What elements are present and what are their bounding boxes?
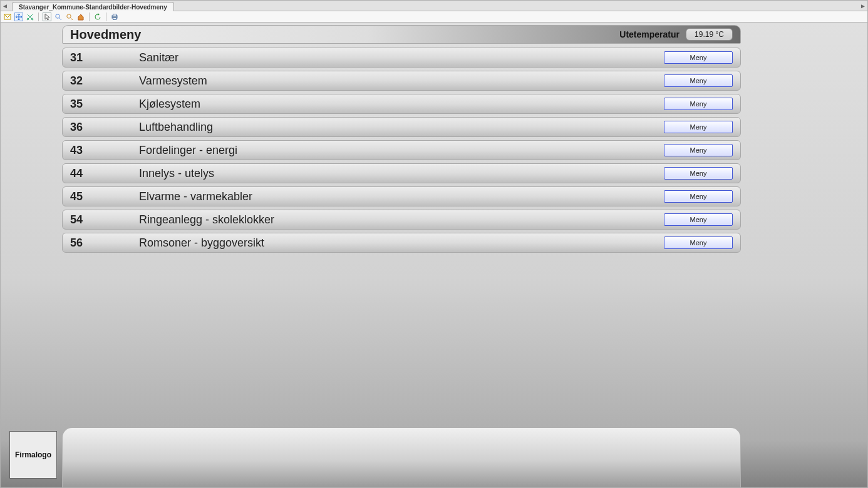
menu-button[interactable]: Meny bbox=[664, 236, 733, 249]
tab-nav-right[interactable]: ► bbox=[860, 1, 866, 11]
home-icon[interactable] bbox=[76, 13, 85, 21]
menu-row-label: Fordelinger - energi bbox=[139, 144, 664, 157]
menu-row-label: Sanitær bbox=[139, 51, 664, 64]
menu-row: 56 Romsoner - byggoversikt Meny bbox=[62, 233, 741, 253]
svg-line-6 bbox=[71, 18, 73, 20]
menu-row-code: 31 bbox=[70, 51, 139, 64]
menu-row: 43 Fordelinger - energi Meny bbox=[62, 140, 741, 160]
svg-rect-8 bbox=[113, 14, 116, 16]
main-header: Hovedmeny Utetemperatur 19.19 °C bbox=[62, 25, 741, 44]
cut-icon[interactable] bbox=[26, 13, 34, 21]
print-icon[interactable] bbox=[110, 13, 119, 21]
move-icon[interactable] bbox=[14, 13, 23, 21]
mail-icon[interactable] bbox=[3, 13, 12, 21]
svg-rect-9 bbox=[113, 18, 116, 19]
menu-row: 36 Luftbehandling Meny bbox=[62, 117, 741, 137]
tool-bar bbox=[1, 11, 867, 23]
menu-row-label: Luftbehandling bbox=[139, 121, 664, 134]
outdoor-temp-label: Utetemperatur bbox=[619, 29, 679, 39]
menu-row-label: Romsoner - byggoversikt bbox=[139, 236, 664, 250]
menu-button[interactable]: Meny bbox=[664, 167, 733, 180]
menu-rows: 31 Sanitær Meny 32 Varmesystem Meny 35 K… bbox=[62, 44, 741, 253]
footer-bar bbox=[62, 427, 741, 487]
page-title: Hovedmeny bbox=[70, 28, 141, 42]
menu-row-label: Elvarme - varmekabler bbox=[139, 190, 664, 203]
zoom-out-icon[interactable] bbox=[65, 13, 74, 21]
menu-row-code: 43 bbox=[70, 144, 139, 157]
menu-row-label: Varmesystem bbox=[139, 74, 664, 88]
menu-row-code: 35 bbox=[70, 98, 139, 111]
svg-point-3 bbox=[56, 14, 59, 18]
zoom-in-icon[interactable] bbox=[54, 13, 63, 21]
menu-row-code: 44 bbox=[70, 167, 139, 180]
menu-row: 31 Sanitær Meny bbox=[62, 48, 741, 68]
menu-row-label: Ringeanlegg - skoleklokker bbox=[139, 213, 664, 226]
tab-active[interactable]: Stavanger_Kommune-Standardbilder-Hovedme… bbox=[12, 2, 174, 11]
company-logo-text: Firmalogo bbox=[15, 450, 51, 459]
menu-row: 32 Varmesystem Meny bbox=[62, 71, 741, 91]
menu-button[interactable]: Meny bbox=[664, 144, 733, 156]
menu-button[interactable]: Meny bbox=[664, 190, 733, 203]
menu-row: 54 Ringeanlegg - skoleklokker Meny bbox=[62, 210, 741, 230]
tab-bar: ◄ Stavanger_Kommune-Standardbilder-Hoved… bbox=[1, 1, 867, 11]
menu-row: 35 Kjølesystem Meny bbox=[62, 94, 741, 114]
toolbar-separator bbox=[38, 13, 39, 21]
company-logo: Firmalogo bbox=[9, 431, 57, 479]
menu-button[interactable]: Meny bbox=[664, 74, 733, 87]
menu-row-label: Kjølesystem bbox=[139, 98, 664, 111]
svg-point-5 bbox=[67, 14, 71, 18]
refresh-icon[interactable] bbox=[93, 13, 102, 21]
menu-row-code: 45 bbox=[70, 190, 139, 203]
svg-line-4 bbox=[59, 18, 62, 20]
outdoor-temp-value: 19.19 °C bbox=[686, 28, 733, 41]
menu-row: 45 Elvarme - varmekabler Meny bbox=[62, 186, 741, 206]
toolbar-separator bbox=[89, 13, 90, 21]
menu-row-code: 54 bbox=[70, 213, 139, 226]
menu-row-code: 32 bbox=[70, 74, 139, 88]
menu-button[interactable]: Meny bbox=[664, 51, 733, 64]
toolbar-separator bbox=[106, 13, 106, 21]
menu-row-code: 36 bbox=[70, 121, 139, 134]
tab-nav-left[interactable]: ◄ bbox=[2, 1, 8, 11]
menu-row: 44 Innelys - utelys Meny bbox=[62, 163, 741, 183]
menu-button[interactable]: Meny bbox=[664, 213, 733, 226]
menu-button[interactable]: Meny bbox=[664, 98, 733, 110]
menu-button[interactable]: Meny bbox=[664, 121, 733, 133]
tab-title: Stavanger_Kommune-Standardbilder-Hovedme… bbox=[19, 4, 167, 11]
menu-row-code: 56 bbox=[70, 236, 139, 250]
pointer-icon[interactable] bbox=[43, 13, 51, 21]
menu-row-label: Innelys - utelys bbox=[139, 167, 664, 180]
